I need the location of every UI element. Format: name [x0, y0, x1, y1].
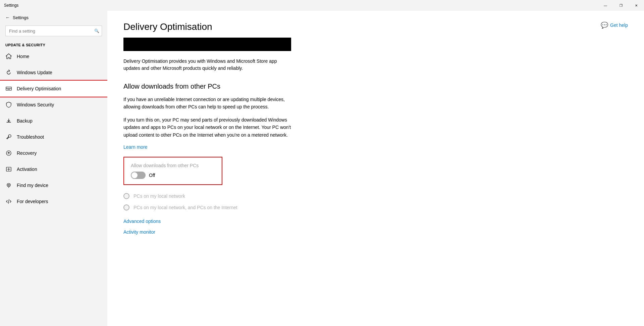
main-content: 💬 Get help Delivery Optimisation Deliver… [107, 11, 644, 326]
radio-label-internet: PCs on my local network, and PCs on the … [133, 205, 237, 210]
redacted-bar [123, 38, 291, 51]
toggle-box: Allow downloads from other PCs Off [123, 157, 222, 185]
sidebar-item-windows-update[interactable]: Windows Update [0, 64, 107, 81]
find-icon [5, 182, 12, 189]
sidebar-item-developers-label: For developers [17, 199, 48, 204]
section-label: Update & Security [0, 40, 107, 48]
toggle-knob [131, 172, 138, 178]
sidebar-item-delivery-label: Delivery Optimisation [17, 86, 61, 91]
radio-option-internet[interactable]: PCs on my local network, and PCs on the … [123, 204, 628, 211]
sidebar-item-activation-label: Activation [17, 167, 37, 172]
toggle-state-label: Off [149, 173, 155, 178]
back-arrow-icon: ← [5, 15, 10, 20]
sidebar-item-windows-update-label: Windows Update [17, 70, 52, 75]
minimize-button[interactable]: — [598, 0, 613, 11]
body-text-1: If you have an unreliable Internet conne… [123, 96, 291, 111]
back-label: Settings [13, 15, 29, 20]
radio-circle-local [123, 193, 129, 199]
advanced-options-link[interactable]: Advanced options [123, 219, 628, 224]
toggle-label: Allow downloads from other PCs [131, 163, 215, 168]
bottom-links: Advanced options Activity monitor [123, 219, 628, 235]
dev-icon [5, 198, 12, 205]
sidebar-item-home[interactable]: Home [0, 48, 107, 64]
update-icon [5, 69, 12, 76]
sidebar-item-delivery-optimisation[interactable]: Delivery Optimisation [0, 81, 107, 97]
sidebar-item-troubleshoot[interactable]: Troubleshoot [0, 129, 107, 145]
get-help-icon: 💬 [601, 21, 608, 29]
app-title: Settings [4, 3, 18, 8]
search-icon: 🔍 [94, 29, 99, 33]
radio-option-local[interactable]: PCs on my local network [123, 193, 628, 199]
get-help-label: Get help [610, 22, 628, 28]
description-text: Delivery Optimisation provides you with … [123, 58, 291, 72]
sidebar-item-activation[interactable]: Activation [0, 161, 107, 177]
shield-icon [5, 101, 12, 108]
sidebar-item-recovery-label: Recovery [17, 150, 37, 156]
svg-point-4 [8, 184, 9, 186]
sidebar-item-find-my-device[interactable]: Find my device [0, 177, 107, 193]
delivery-icon [5, 85, 12, 92]
search-input[interactable] [5, 26, 102, 36]
learn-more-link[interactable]: Learn more [123, 144, 148, 150]
section-title: Allow downloads from other PCs [123, 83, 628, 90]
sidebar: ← Settings 🔍 Update & Security Home [0, 11, 107, 326]
backup-icon [5, 118, 12, 124]
sidebar-item-recovery[interactable]: Recovery [0, 145, 107, 161]
body-text-2: If you turn this on, your PC may send pa… [123, 116, 291, 139]
radio-label-local: PCs on my local network [133, 193, 185, 199]
get-help-button[interactable]: 💬 Get help [601, 21, 628, 29]
radio-circle-internet [123, 204, 129, 211]
wrench-icon [5, 134, 12, 140]
maximize-button[interactable]: ❐ [613, 0, 629, 11]
svg-rect-0 [6, 87, 11, 90]
sidebar-item-home-label: Home [17, 54, 29, 59]
titlebar: Settings — ❐ ✕ [0, 0, 644, 11]
home-icon [5, 53, 12, 60]
sidebar-item-windows-security[interactable]: Windows Security [0, 97, 107, 113]
sidebar-item-backup[interactable]: Backup [0, 113, 107, 129]
sidebar-item-troubleshoot-label: Troubleshoot [17, 134, 44, 140]
sidebar-item-find-label: Find my device [17, 183, 48, 188]
recovery-icon [5, 150, 12, 156]
app-body: ← Settings 🔍 Update & Security Home [0, 11, 644, 326]
svg-point-3 [7, 183, 10, 187]
sidebar-item-security-label: Windows Security [17, 102, 54, 107]
sidebar-item-for-developers[interactable]: For developers [0, 193, 107, 209]
back-button[interactable]: ← Settings [0, 11, 107, 24]
activation-icon [5, 166, 12, 173]
close-button[interactable]: ✕ [629, 0, 644, 11]
search-container: 🔍 [5, 26, 102, 36]
activity-monitor-link[interactable]: Activity monitor [123, 229, 628, 235]
window-controls: — ❐ ✕ [598, 0, 644, 11]
toggle-row: Off [131, 172, 215, 179]
page-title: Delivery Optimisation [123, 21, 628, 32]
toggle-switch[interactable] [131, 172, 146, 179]
sidebar-item-backup-label: Backup [17, 118, 33, 124]
